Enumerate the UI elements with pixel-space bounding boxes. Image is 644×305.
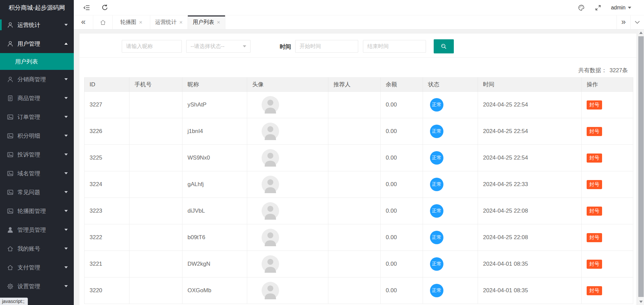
close-icon[interactable]: × [179,19,183,25]
tab-home[interactable] [93,15,113,29]
avatar-placeholder-icon [252,176,328,193]
username: admin [611,5,626,11]
sidebar-item-order-management[interactable]: 订单管理 [0,107,74,126]
ban-user-button[interactable]: 封号 [587,154,602,163]
user-menu[interactable]: admin [611,5,631,11]
cell-id: 3224 [85,171,129,198]
status-badge: 正常 [430,231,443,244]
close-icon[interactable]: × [139,19,143,25]
cell-nickname: yShAtP [182,92,247,118]
column-header: 手机号 [129,78,182,92]
nickname-input[interactable] [122,40,182,53]
close-icon[interactable]: × [217,19,220,25]
refresh-icon[interactable] [101,4,109,12]
cell-avatar [247,251,328,277]
tabs-dropdown-button[interactable] [630,15,644,29]
table-row: 3224gALhfj0.00正常2024-04-25 22:33封号 [85,171,633,198]
sidebar-item-label: 域名管理 [17,170,64,177]
sidebar-item-label: 支付管理 [17,264,64,271]
sidebar-item-domain-management[interactable]: 域名管理 [0,164,74,183]
table-row: 3222b09tT60.00正常2024-04-25 22:08封号 [85,224,633,251]
cell-balance: 0.00 [381,171,423,198]
sidebar-item-admin-management[interactable]: 管理员管理 [0,220,74,239]
ban-user-button[interactable]: 封号 [587,207,602,216]
sidebar-item-label: 管理员管理 [17,226,64,234]
search-button[interactable] [434,39,454,53]
sidebar-item-distributor-management[interactable]: 分销商管理 [0,70,74,89]
sidebar-item-my-account[interactable]: 我的账号 [0,239,74,258]
cell-phone [129,224,182,251]
image-icon [6,132,14,139]
user-solid-icon [6,226,14,233]
ban-user-button[interactable]: 封号 [587,260,602,269]
cell-avatar [247,224,328,251]
status-badge: 正常 [430,257,443,271]
cell-balance: 0.00 [381,92,423,118]
scroll-up-icon[interactable] [639,32,643,34]
home-icon [100,19,106,26]
sidebar-subitem-user-list[interactable]: 用户列表 [0,53,74,70]
ban-user-button[interactable]: 封号 [587,180,602,189]
tab-user-list[interactable]: 用户列表× [188,15,225,29]
sidebar-item-settings-management[interactable]: 设置管理 [0,277,74,296]
sidebar-item-faq[interactable]: 常见问题 [0,183,74,202]
chevron-down-icon [64,266,68,268]
fullscreen-icon[interactable] [594,4,602,12]
cell-status: 正常 [423,118,478,145]
start-time-input[interactable] [295,40,358,53]
sidebar-item-complaint-management[interactable]: 投诉管理 [0,145,74,164]
cell-id: 3220 [85,277,129,304]
ban-user-button[interactable]: 封号 [587,100,602,110]
tabs-collapse-button[interactable]: « [74,15,93,29]
cell-referrer [328,92,381,118]
cell-phone [129,118,182,145]
search-icon [440,43,447,50]
sidebar-item-label: 运营统计 [17,21,64,29]
status-select[interactable]: --请选择状态-- [186,40,251,53]
cell-avatar [247,145,328,171]
scroll-down-icon[interactable] [639,301,643,303]
app-title: 积分商城-起步源码网 [0,0,74,15]
cell-phone [129,198,182,224]
tab-label: 轮播图 [120,19,137,26]
total-count-value: 3227 [609,67,622,74]
cell-time: 2024-04-25 22:54 [478,145,582,171]
column-header: 余额 [381,78,423,92]
sidebar-item-points-detail[interactable]: 积分明细 [0,126,74,145]
time-label: 时间 [280,43,291,51]
chevron-down-icon [64,229,68,231]
gear-icon [6,282,14,290]
image-icon [6,113,14,121]
cell-status: 正常 [423,277,478,304]
end-time-input[interactable] [363,40,426,53]
avatar-placeholder-icon [252,255,328,273]
sidebar-item-payment-management[interactable]: 支付管理 [0,258,74,277]
ban-user-button[interactable]: 封号 [587,127,602,136]
cell-balance: 0.00 [381,251,423,277]
cell-status: 正常 [423,171,478,198]
avatar-placeholder-icon [252,149,328,167]
cell-time: 2024-04-25 22:33 [478,171,582,198]
tabs-overflow-button[interactable]: » [616,15,630,29]
sidebar-item-carousel-management[interactable]: 轮播图管理 [0,202,74,220]
ban-user-button[interactable]: 封号 [587,233,602,242]
vertical-scrollbar[interactable] [638,30,644,305]
sidebar-item-label: 我的账号 [17,245,64,253]
tab-carousel[interactable]: 轮播图× [113,15,150,29]
sidebar-item-user-management[interactable]: 用户管理 [0,34,74,53]
ban-user-button[interactable]: 封号 [587,286,602,295]
sidebar-item-label: 订单管理 [17,113,64,121]
tab-operation-stats[interactable]: 运营统计× [150,15,188,29]
cell-referrer [328,145,381,171]
chevron-down-icon [64,116,68,118]
content-area: --请选择状态-- 时间 共有数据：3227条 [74,30,644,305]
cell-action: 封号 [582,224,633,251]
shrink-sidebar-icon[interactable] [83,4,91,12]
sidebar-item-label: 投诉管理 [17,151,64,159]
scrollbar-thumb[interactable] [638,36,644,297]
chevrons-left-icon: « [81,18,86,26]
sidebar-item-operation-stats[interactable]: 运营统计 [0,15,74,34]
sidebar-item-goods-management[interactable]: 商品管理 [0,89,74,107]
avatar-placeholder-icon [252,202,328,220]
palette-icon[interactable] [577,4,585,12]
